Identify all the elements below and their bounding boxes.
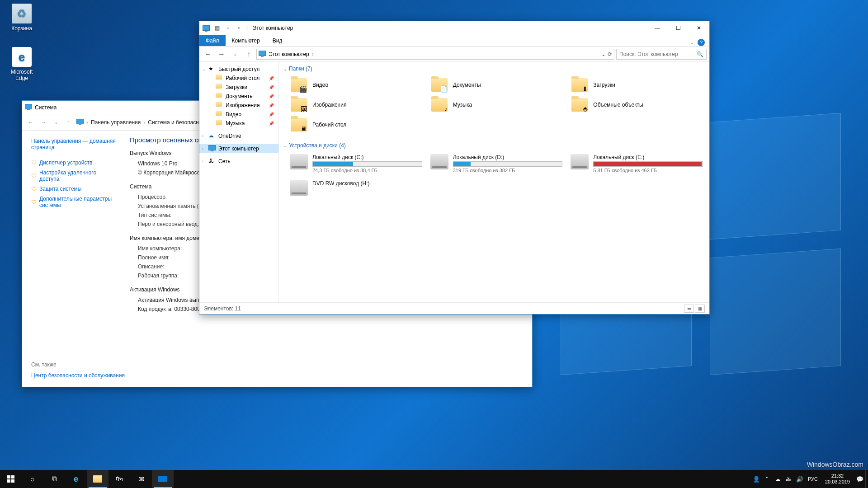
folder-item[interactable]: ⬘Объемные объекты <box>569 95 705 114</box>
sidebar-link-remote[interactable]: 🛡Настройка удаленного доступа <box>31 168 116 184</box>
folder-icon: ⬇ <box>571 77 589 93</box>
taskbar-clock[interactable]: 21:32 20.03.2019 <box>821 473 854 485</box>
view-tiles-button[interactable]: ▦ <box>695 305 705 313</box>
tab-view[interactable]: Вид <box>266 35 289 46</box>
start-button[interactable] <box>0 470 22 488</box>
tree-network[interactable]: ›🖧Сеть <box>199 157 278 166</box>
svg-rect-2 <box>7 479 10 483</box>
address-bar[interactable]: Этот компьютер› ⌄⟳ <box>256 49 614 60</box>
sidebar-link-protection[interactable]: 🛡Защита системы <box>31 184 116 194</box>
taskbar-edge[interactable]: e <box>65 470 87 488</box>
folder-item[interactable]: 🎬Видео <box>288 75 424 94</box>
group-header-drives[interactable]: Устройства и диски (4) <box>283 141 705 150</box>
tray-chevron-up-icon[interactable]: ˄ <box>762 470 773 488</box>
nav-up-button[interactable]: ↑ <box>243 48 255 60</box>
tab-computer[interactable]: Компьютер <box>226 35 266 46</box>
desktop-icon-edge[interactable]: e Microsoft Edge <box>5 47 38 81</box>
nav-forward-icon[interactable]: → <box>38 117 48 127</box>
nav-up-icon[interactable]: ↑ <box>64 117 74 127</box>
taskbar-search-button[interactable]: ⌕ <box>22 470 43 488</box>
settings-icon <box>158 476 167 482</box>
qat-newfolder-icon[interactable]: ▫ <box>223 23 233 33</box>
taskbar-taskview-button[interactable]: ⧉ <box>43 470 65 488</box>
folder-label: Загрузки <box>593 82 615 88</box>
show-desktop-button[interactable] <box>865 470 868 488</box>
tree-onedrive[interactable]: ›☁OneDrive <box>199 131 278 141</box>
group-header-folders[interactable]: Папки (7) <box>283 64 705 74</box>
tree-quick-item[interactable]: Изображения📌 <box>199 101 278 110</box>
search-input[interactable]: Поиск: Этот компьютер 🔍 <box>616 49 707 60</box>
qat-properties-icon[interactable]: ▤ <box>212 23 222 33</box>
folder-item[interactable]: 📄Документы <box>429 75 565 94</box>
taskbar-settings[interactable] <box>152 470 174 488</box>
tree-quick-item[interactable]: Музыка📌 <box>199 119 278 128</box>
qat-customize-icon[interactable]: ▾ <box>234 23 244 33</box>
explorer-titlebar[interactable]: ▤ ▫ ▾ │ Этот компьютер ― ☐ ✕ <box>199 21 709 35</box>
clock-time: 21:32 <box>825 473 850 479</box>
tree-item-label: Изображения <box>226 102 259 108</box>
sidebar-link-advanced[interactable]: 🛡Дополнительные параметры системы <box>31 194 116 210</box>
taskbar-store[interactable]: 🛍 <box>108 470 130 488</box>
folder-item[interactable]: 🖥Рабочий стол <box>288 115 424 134</box>
tree-quick-item[interactable]: Видео📌 <box>199 110 278 119</box>
tray-volume-icon[interactable]: 🔊 <box>794 470 805 488</box>
drive-icon <box>430 154 448 169</box>
drive-item[interactable]: Локальный диск (E:)5,81 ГБ свободно из 4… <box>569 152 705 175</box>
tray-network-icon[interactable]: 🖧 <box>783 470 794 488</box>
sidebar-link-device-manager[interactable]: 🛡Диспетчер устройств <box>31 158 116 168</box>
folder-item[interactable]: 🖼Изображения <box>288 95 424 114</box>
drive-item[interactable]: DVD RW дисковод (H:) <box>288 178 424 197</box>
close-button[interactable]: ✕ <box>689 21 709 35</box>
folder-item[interactable]: ♪Музыка <box>429 95 565 114</box>
nav-recent-icon[interactable]: ⌄ <box>51 117 61 127</box>
tray-language[interactable]: РУС <box>805 470 821 488</box>
ribbon-expand-icon[interactable]: ⌄ <box>690 40 694 45</box>
tree-quick-access[interactable]: ⌄★Быстрый доступ <box>199 65 278 74</box>
tray-people-icon[interactable]: 👤 <box>751 470 762 488</box>
drive-usage-bar <box>312 161 422 167</box>
help-icon[interactable]: ? <box>698 39 705 46</box>
minimize-button[interactable]: ― <box>647 21 668 35</box>
recycle-bin-icon <box>12 4 32 23</box>
tray-onedrive-icon[interactable]: ☁ <box>773 470 783 488</box>
address-dropdown-icon[interactable]: ⌄ <box>601 51 606 57</box>
tree-quick-item[interactable]: Загрузки📌 <box>199 83 278 92</box>
mail-icon: ✉ <box>138 475 144 483</box>
maximize-button[interactable]: ☐ <box>668 21 689 35</box>
drive-name: DVD RW дисковод (H:) <box>312 180 422 187</box>
shield-icon: 🛡 <box>31 160 37 166</box>
sidebar-home-link[interactable]: Панель управления — домашняя страница <box>31 136 116 152</box>
taskbar-explorer[interactable] <box>87 470 108 488</box>
nav-back-icon[interactable]: ← <box>26 117 36 127</box>
tree-quick-item[interactable]: Документы📌 <box>199 92 278 101</box>
desktop-icon-recycle-bin[interactable]: Корзина <box>5 4 38 32</box>
taskbar-mail[interactable]: ✉ <box>130 470 152 488</box>
ribbon-tabs: Файл Компьютер Вид ⌄ ? <box>199 35 709 47</box>
drive-item[interactable]: Локальный диск (D:)319 ГБ свободно из 38… <box>429 152 565 175</box>
folder-item[interactable]: ⬇Загрузки <box>569 75 705 94</box>
drive-item[interactable]: Локальный диск (C:)24,3 ГБ свободно из 3… <box>288 152 424 175</box>
nav-back-button[interactable]: ← <box>202 48 214 60</box>
nav-recent-button[interactable]: ⌄ <box>229 48 241 60</box>
nav-forward-button[interactable]: → <box>216 48 227 60</box>
view-details-button[interactable]: ☰ <box>684 305 694 313</box>
control-panel-icon <box>76 119 84 126</box>
see-also-link[interactable]: Центр безопасности и обслуживания <box>31 371 125 380</box>
tree-quick-item[interactable]: Рабочий стол📌 <box>199 74 278 83</box>
tray-notifications-icon[interactable]: 💬 <box>854 470 865 488</box>
refresh-icon[interactable]: ⟳ <box>608 51 612 57</box>
cloud-icon: ☁ <box>208 132 216 140</box>
folder-icon <box>216 84 223 91</box>
tab-file[interactable]: Файл <box>199 35 226 46</box>
tree-item-label: Документы <box>226 93 254 99</box>
search-icon: ⌕ <box>30 475 35 483</box>
folder-icon <box>216 120 223 127</box>
search-placeholder: Поиск: Этот компьютер <box>619 51 678 57</box>
tree-this-pc[interactable]: ›Этот компьютер <box>199 144 278 153</box>
windows-logo-icon <box>7 475 14 483</box>
folder-icon <box>93 475 102 483</box>
taskview-icon: ⧉ <box>52 475 57 483</box>
drive-usage-bar <box>593 161 703 167</box>
drive-icon <box>571 154 589 169</box>
breadcrumb[interactable]: Панель управления <box>91 119 141 126</box>
